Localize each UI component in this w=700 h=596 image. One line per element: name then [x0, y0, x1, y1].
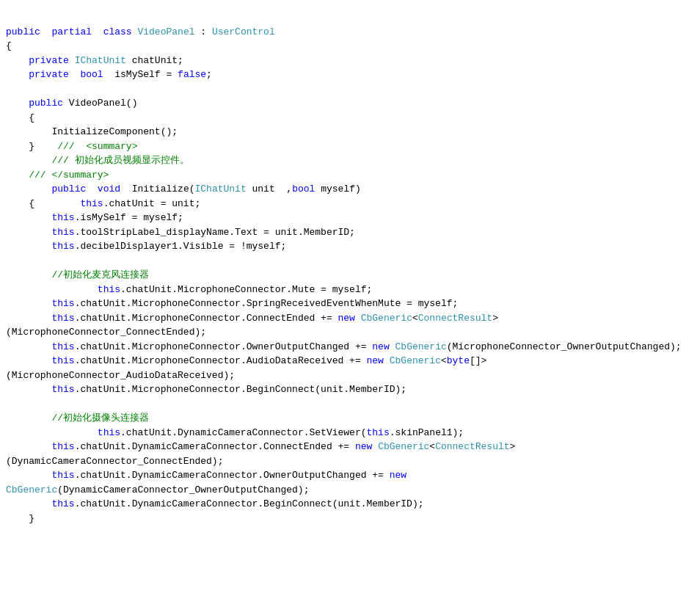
code-line: this.chatUnit.MicrophoneConnector.Spring…	[0, 297, 700, 311]
code-line: this.chatUnit.DynamicCameraConnector.Con…	[0, 440, 700, 454]
code-line: } /// <summary>	[0, 139, 700, 154]
code-line	[0, 397, 700, 412]
code-line: private IChatUnit chatUnit;	[0, 54, 700, 68]
code-line: this.chatUnit.MicrophoneConnector.Mute =…	[0, 283, 700, 297]
code-line: {	[0, 111, 700, 126]
code-line: /// 初始化成员视频显示控件。	[0, 153, 700, 168]
code-line: public partial class VideoPanel : UserCo…	[0, 25, 700, 40]
code-line: private bool isMySelf = false;	[0, 68, 700, 82]
code-line	[0, 82, 700, 97]
code-line: this.isMySelf = myself;	[0, 211, 700, 225]
code-line: public void Initialize(IChatUnit unit ,b…	[0, 182, 700, 197]
code-line: CbGeneric(DynamicCameraConnector_OwnerOu…	[0, 483, 700, 498]
code-line: this.toolStripLabel_displayName.Text = u…	[0, 225, 700, 240]
code-block: public partial class VideoPanel : UserCo…	[0, 7, 700, 528]
code-line: //初始化摄像头连接器	[0, 411, 700, 426]
code-line: public VideoPanel()	[0, 96, 700, 111]
code-line: }	[0, 512, 700, 526]
code-line: this.chatUnit.MicrophoneConnector.AudioD…	[0, 354, 700, 368]
code-line: this.chatUnit.MicrophoneConnector.BeginC…	[0, 382, 700, 397]
code-line: this.chatUnit.MicrophoneConnector.OwnerO…	[0, 340, 700, 355]
code-line: (DynamicCameraConnector_ConnectEnded);	[0, 454, 700, 469]
code-line: (MicrophoneConnector_ConnectEnded);	[0, 325, 700, 340]
code-line: { this.chatUnit = unit;	[0, 197, 700, 211]
code-line: /// </summary>	[0, 168, 700, 183]
code-line: this.chatUnit.DynamicCameraConnector.Set…	[0, 426, 700, 440]
code-line: this.decibelDisplayer1.Visible = !myself…	[0, 239, 700, 254]
code-line: {	[0, 39, 700, 54]
code-line: InitializeComponent();	[0, 125, 700, 139]
code-line: this.chatUnit.MicrophoneConnector.Connec…	[0, 311, 700, 326]
code-line: (MicrophoneConnector_AudioDataReceived);	[0, 368, 700, 383]
code-line	[0, 254, 700, 269]
code-line: //初始化麦克风连接器	[0, 268, 700, 283]
code-line: this.chatUnit.DynamicCameraConnector.Beg…	[0, 497, 700, 512]
code-line: this.chatUnit.DynamicCameraConnector.Own…	[0, 468, 700, 483]
